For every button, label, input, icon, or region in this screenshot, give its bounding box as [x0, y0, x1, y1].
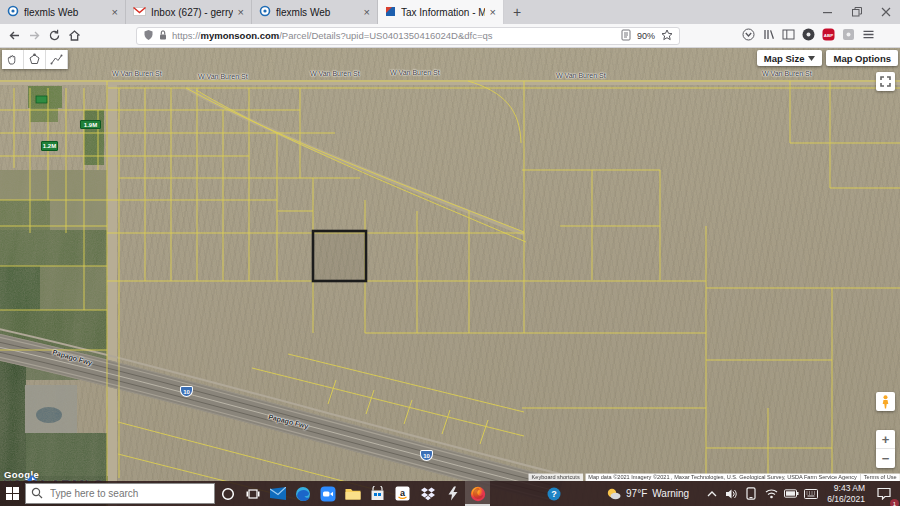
- toolbar-extensions: ABP: [742, 27, 875, 45]
- tab-close-icon[interactable]: ×: [490, 7, 496, 18]
- tab-close-icon[interactable]: ×: [364, 7, 370, 18]
- browser-tab-bar: flexmls Web × Inbox (627) - gerrydeguzma…: [0, 0, 900, 24]
- road-label-van-buren: W Van Buren St: [556, 72, 606, 79]
- svg-text:ABP: ABP: [824, 32, 833, 37]
- tab-flexmls-2[interactable]: flexmls Web ×: [252, 0, 378, 24]
- action-center-icon[interactable]: 1: [871, 481, 896, 506]
- weather-widget[interactable]: 97°F Warning: [606, 487, 689, 500]
- minimize-button[interactable]: [813, 0, 842, 24]
- road-label-van-buren: W Van Buren St: [762, 70, 812, 77]
- search-icon: [31, 487, 43, 499]
- pocket-icon[interactable]: [742, 27, 755, 45]
- pegman-icon[interactable]: [876, 392, 895, 411]
- extension-dark-icon[interactable]: [802, 27, 815, 45]
- adblock-icon[interactable]: ABP: [822, 27, 835, 45]
- weather-status: Warning: [652, 488, 689, 499]
- zoom-control: + −: [876, 430, 895, 468]
- tab-tax-information-active[interactable]: Tax Information - Monsoon ×: [378, 0, 504, 24]
- tab-close-icon[interactable]: ×: [112, 7, 118, 18]
- map-button-row: Map Size Map Options: [757, 50, 898, 66]
- road-label-van-buren: W Van Buren St: [390, 69, 440, 76]
- taskbar-search[interactable]: [25, 483, 215, 504]
- tray-expand-chevron-icon[interactable]: [703, 481, 721, 506]
- start-button[interactable]: [0, 481, 25, 506]
- library-icon[interactable]: [762, 27, 775, 45]
- tab-title: Inbox (627) - gerrydeguzman2: [151, 7, 233, 18]
- weather-sun-icon: [606, 487, 621, 500]
- sidebar-icon[interactable]: [782, 27, 795, 45]
- file-explorer-icon[interactable]: [340, 481, 365, 506]
- network-icon[interactable]: [761, 481, 781, 506]
- browser-nav-bar: https://mymonsoon.com/Parcel/Details?upi…: [0, 24, 900, 48]
- road-label-van-buren: W Van Buren St: [310, 70, 360, 77]
- map-data-attribution: Map data ©2021 Imagery ©2021 , Maxar Tec…: [586, 474, 861, 481]
- tab-flexmls-1[interactable]: flexmls Web ×: [0, 0, 126, 24]
- selected-parcel[interactable]: [313, 231, 366, 281]
- zoom-in-button[interactable]: +: [876, 430, 895, 449]
- tab-close-icon[interactable]: ×: [238, 7, 244, 18]
- reader-view-icon[interactable]: [621, 29, 631, 43]
- parcel-map: W Van Buren St W Van Buren St W Van Bure…: [0, 48, 900, 506]
- url-bar[interactable]: https://mymonsoon.com/Parcel/Details?upi…: [136, 27, 680, 45]
- system-tray: ? 97°F Warning 9:43 AM 6/16/2021 1: [541, 481, 900, 506]
- touch-keyboard-icon[interactable]: [801, 481, 821, 506]
- restore-button[interactable]: [842, 0, 871, 24]
- map-draw-toolbar: [2, 50, 68, 69]
- tab-title: Tax Information - Monsoon: [401, 7, 485, 18]
- map-canvas[interactable]: [0, 48, 900, 506]
- reload-icon[interactable]: [44, 26, 64, 46]
- fullscreen-icon[interactable]: [876, 72, 895, 91]
- windows-taskbar: a ? 97°F Warning 9:43 AM 6/16/2021 1: [0, 481, 900, 506]
- draw-polygon-icon[interactable]: [24, 50, 46, 69]
- road-label-van-buren: W Van Buren St: [112, 70, 162, 77]
- cortana-icon[interactable]: [215, 481, 240, 506]
- tab-inbox[interactable]: Inbox (627) - gerrydeguzman2 ×: [126, 0, 252, 24]
- lock-icon[interactable]: [158, 29, 168, 43]
- road-label-van-buren: W Van Buren St: [198, 73, 248, 80]
- firefox-app-icon[interactable]: [465, 481, 490, 506]
- search-input[interactable]: [25, 483, 215, 504]
- help-tray-icon[interactable]: ?: [541, 481, 566, 506]
- edge-app-icon[interactable]: [290, 481, 315, 506]
- microsoft-store-icon[interactable]: [365, 481, 390, 506]
- zoom-app-icon[interactable]: [315, 481, 340, 506]
- flexmls-icon: [7, 5, 19, 19]
- price-marker[interactable]: 1.2M: [41, 141, 58, 151]
- terms-of-use-link[interactable]: Terms of Use: [860, 474, 900, 481]
- keyboard-shortcuts-link[interactable]: Keyboard shortcuts: [529, 474, 583, 481]
- amazon-app-icon[interactable]: a: [390, 481, 415, 506]
- map-options-button[interactable]: Map Options: [826, 50, 898, 66]
- url-text: https://mymonsoon.com/Parcel/Details?upi…: [172, 30, 617, 41]
- clock-date: 6/16/2021: [827, 494, 865, 505]
- mail-app-icon[interactable]: [265, 481, 290, 506]
- mail-icon: [133, 6, 146, 19]
- flexmls-icon: [259, 5, 271, 19]
- map-size-button[interactable]: Map Size: [757, 50, 823, 66]
- tab-title: flexmls Web: [24, 7, 107, 18]
- lightning-app-icon[interactable]: [440, 481, 465, 506]
- forward-icon[interactable]: [24, 26, 44, 46]
- new-tab-button[interactable]: +: [504, 0, 530, 24]
- shield-icon[interactable]: [143, 29, 154, 43]
- listing-marker[interactable]: [36, 96, 47, 103]
- task-view-icon[interactable]: [240, 481, 265, 506]
- zoom-level-indicator[interactable]: 90%: [637, 31, 655, 41]
- price-marker[interactable]: 1.9M: [80, 120, 101, 129]
- monsoon-icon: [385, 6, 396, 19]
- close-window-button[interactable]: [871, 0, 900, 24]
- pan-hand-icon[interactable]: [2, 50, 24, 69]
- zoom-out-button[interactable]: −: [876, 449, 895, 468]
- your-phone-icon[interactable]: [741, 481, 761, 506]
- battery-icon[interactable]: [781, 481, 801, 506]
- back-icon[interactable]: [4, 26, 24, 46]
- extension-gray-icon[interactable]: [842, 27, 855, 45]
- volume-icon[interactable]: [721, 481, 741, 506]
- taskbar-clock[interactable]: 9:43 AM 6/16/2021: [827, 483, 865, 504]
- dropbox-app-icon[interactable]: [415, 481, 440, 506]
- home-icon[interactable]: [64, 26, 84, 46]
- draw-line-icon[interactable]: [46, 50, 68, 69]
- bookmark-star-icon[interactable]: [661, 29, 673, 43]
- svg-text:?: ?: [551, 489, 557, 499]
- menu-hamburger-icon[interactable]: [862, 27, 875, 45]
- map-attribution-bar: Keyboard shortcuts Map data ©2021 Imager…: [529, 474, 900, 481]
